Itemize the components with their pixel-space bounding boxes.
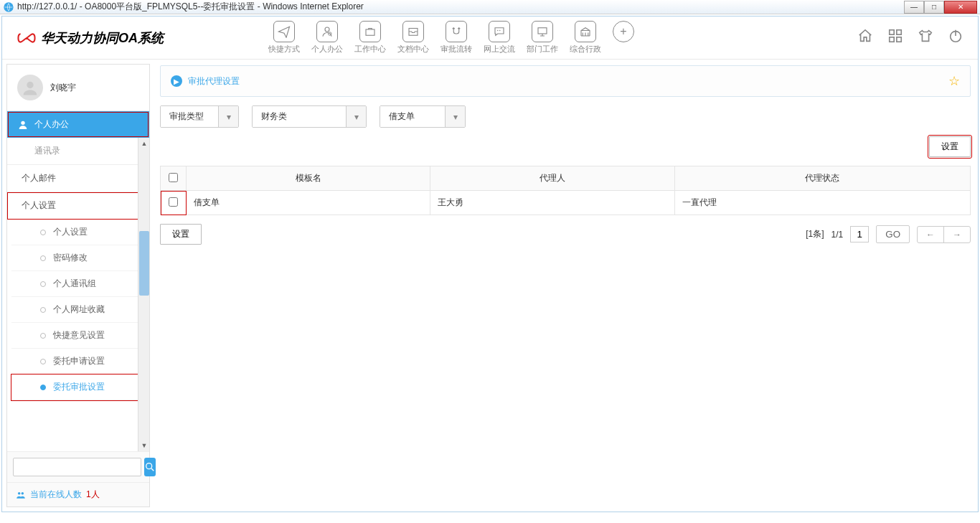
cell-agent: 王大勇: [430, 191, 674, 215]
sidebar-item-personal-settings[interactable]: 个人设置: [11, 220, 145, 245]
cell-template: 借支单: [187, 191, 430, 215]
svg-point-17: [22, 491, 24, 494]
top-navigation: 华天动力协同OA系统 快捷方式 个人办公 工作中心 文档中心 审批流转 网上交流…: [2, 17, 978, 60]
row-count: [1条]: [806, 228, 824, 240]
scroll-thumb[interactable]: [139, 231, 149, 296]
search-input[interactable]: [13, 458, 141, 476]
column-template: 模板名: [187, 166, 430, 191]
go-button[interactable]: GO: [876, 225, 910, 243]
chevron-down-icon: ▾: [218, 106, 238, 127]
sidebar-item-bookmarks[interactable]: 个人网址收藏: [11, 297, 145, 323]
svg-point-13: [27, 82, 33, 88]
flow-icon: [446, 21, 467, 42]
next-page-button[interactable]: →: [944, 227, 970, 242]
main-content: ▶ 审批代理设置 ☆ 审批类型▾ 财务类▾ 借支单▾ 设置 模板名 代理人 代理…: [153, 60, 978, 512]
logo-text: 华天动力协同OA系统: [41, 29, 164, 47]
nav-approval[interactable]: 审批流转: [436, 18, 476, 57]
chevron-down-icon: ▾: [346, 106, 366, 127]
window-titlebar: http://127.0.0.1/ - OA8000平台版_FPLMYSQL5-…: [0, 0, 980, 14]
prev-page-button[interactable]: ←: [918, 227, 944, 242]
page-ratio: 1/1: [831, 230, 844, 240]
arrow-right-icon: ▶: [171, 75, 182, 87]
svg-rect-3: [366, 29, 374, 35]
sidebar-item-contact-group[interactable]: 个人通讯组: [11, 271, 145, 297]
sidebar-item-delegate-apply[interactable]: 委托申请设置: [11, 349, 145, 374]
sidebar-item-password[interactable]: 密码修改: [11, 245, 145, 271]
window-controls: — □ ✕: [904, 1, 977, 14]
column-checkbox: [161, 166, 187, 191]
filter-row: 审批类型▾ 财务类▾ 借支单▾: [160, 105, 971, 128]
online-users: 当前在线人数 1人: [7, 482, 149, 506]
close-button[interactable]: ✕: [944, 1, 977, 14]
page-input[interactable]: [850, 226, 869, 242]
users-icon: [16, 490, 26, 500]
person-icon: [316, 21, 338, 42]
sidebar-scrollbar[interactable]: ▲ ▼: [138, 138, 149, 451]
table-row: 借支单 王大勇 一直代理: [161, 191, 971, 215]
app-logo: 华天动力协同OA系统: [17, 29, 164, 47]
column-agent: 代理人: [430, 166, 674, 191]
briefcase-icon: [359, 21, 381, 42]
set-button-bottom[interactable]: 设置: [160, 224, 202, 245]
cell-status: 一直代理: [674, 191, 970, 215]
minimize-button[interactable]: —: [904, 1, 924, 14]
filter-template[interactable]: 借支单▾: [380, 105, 466, 128]
sidebar-group-contacts[interactable]: 通讯录: [7, 138, 149, 165]
nav-personal[interactable]: 个人办公: [307, 18, 347, 57]
svg-point-15: [146, 463, 152, 469]
user-panel: 刘晓宇: [7, 65, 149, 111]
nav-work[interactable]: 工作中心: [350, 18, 390, 57]
nav-chat[interactable]: 网上交流: [479, 18, 519, 57]
nav-admin[interactable]: 综合行政: [565, 18, 606, 57]
svg-rect-11: [897, 37, 901, 42]
apps-icon[interactable]: [887, 28, 903, 47]
svg-rect-9: [897, 30, 901, 34]
filter-category[interactable]: 财务类▾: [252, 105, 367, 128]
set-button-top[interactable]: 设置: [929, 136, 971, 157]
row-checkbox[interactable]: [169, 197, 178, 207]
maximize-button[interactable]: □: [924, 1, 944, 14]
paper-plane-icon: [273, 21, 295, 42]
svg-point-14: [21, 121, 24, 124]
filter-approval-type[interactable]: 审批类型▾: [160, 105, 239, 128]
svg-point-16: [18, 491, 21, 494]
sidebar-category-personal[interactable]: 个人办公: [7, 111, 149, 138]
plus-icon: +: [613, 21, 634, 42]
select-all-checkbox[interactable]: [169, 173, 178, 182]
svg-point-6: [499, 30, 501, 32]
home-icon[interactable]: [857, 28, 873, 47]
star-icon[interactable]: ☆: [948, 73, 960, 89]
scroll-down-icon[interactable]: ▼: [139, 440, 149, 451]
nav-shortcut[interactable]: 快捷方式: [264, 18, 304, 57]
svg-point-1: [325, 27, 329, 32]
nav-docs[interactable]: 文档中心: [393, 18, 433, 57]
nav-dept[interactable]: 部门工作: [522, 18, 562, 57]
sidebar-group-mail[interactable]: 个人邮件: [7, 165, 149, 192]
svg-rect-10: [890, 37, 894, 42]
sidebar-group-settings[interactable]: 个人设置: [7, 192, 149, 220]
building-icon: [575, 21, 596, 42]
window-title: http://127.0.0.1/ - OA8000平台版_FPLMYSQL5-…: [17, 1, 904, 13]
svg-rect-8: [890, 30, 894, 34]
sidebar: 刘晓宇 个人办公 通讯录 个人邮件 个人设置 个人设置 密码修改 个人通讯组 个…: [6, 64, 150, 507]
power-icon[interactable]: [948, 28, 963, 47]
panel-title: 审批代理设置: [188, 75, 240, 88]
nav-add[interactable]: +: [608, 18, 639, 57]
inbox-icon: [402, 21, 424, 42]
shirt-icon[interactable]: [918, 28, 933, 47]
svg-point-5: [497, 30, 499, 32]
svg-rect-7: [538, 28, 547, 34]
sidebar-item-quick-opinion[interactable]: 快捷意见设置: [11, 323, 145, 349]
computer-icon: [532, 21, 553, 42]
delegate-table: 模板名 代理人 代理状态 借支单 王大勇 一直代理: [160, 166, 971, 215]
scroll-up-icon[interactable]: ▲: [139, 138, 149, 149]
table-footer: 设置 [1条] 1/1 GO ← →: [160, 224, 971, 245]
logo-icon: [17, 31, 37, 45]
sidebar-item-delegate-approve[interactable]: 委托审批设置: [11, 374, 145, 400]
ie-icon: [3, 1, 14, 13]
page-nav: ← →: [917, 226, 971, 243]
person-icon: [17, 119, 29, 131]
sidebar-list: 通讯录 个人邮件 个人设置 个人设置 密码修改 个人通讯组 个人网址收藏 快捷意…: [7, 138, 149, 451]
column-status: 代理状态: [674, 166, 970, 191]
chat-icon: [489, 21, 510, 42]
